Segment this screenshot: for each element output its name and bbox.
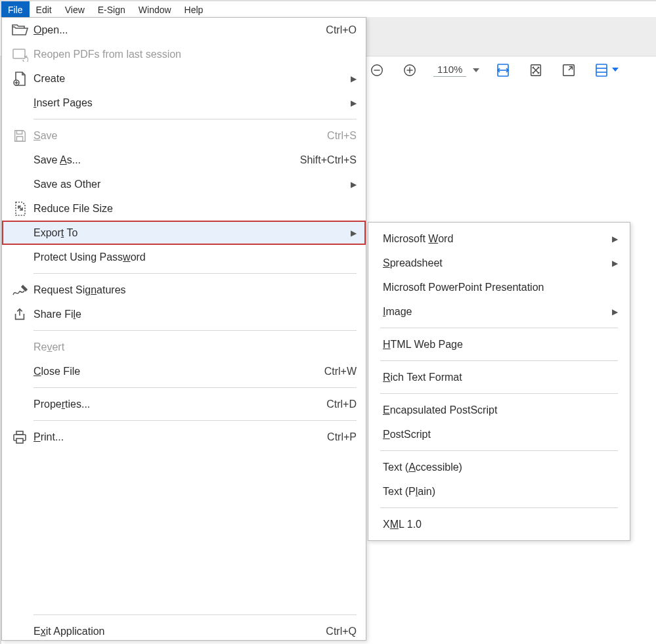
fullscreen-button[interactable] [559, 61, 578, 79]
submenu-arrow-icon: ▶ [612, 307, 618, 316]
submenu-arrow-icon: ▶ [351, 228, 357, 238]
menu-separator [33, 420, 357, 421]
submenu-arrow-icon: ▶ [351, 98, 357, 108]
submenu-item-label: Microsoft PowerPoint Presentation [383, 282, 618, 293]
svg-rect-23 [16, 431, 23, 435]
export-word[interactable]: Microsoft Word ▶ [368, 226, 630, 251]
export-ps[interactable]: PostScript [368, 422, 630, 446]
menu-item-label: Print... [33, 431, 327, 443]
menu-open[interactable]: Open... Ctrl+O [2, 18, 366, 42]
zoom-in-button[interactable] [401, 61, 419, 79]
menu-file[interactable]: File [1, 1, 30, 18]
svg-line-11 [569, 67, 573, 71]
blank-icon [9, 395, 31, 414]
export-html[interactable]: HTML Web Page [368, 332, 630, 356]
submenu-item-label: XML 1.0 [383, 519, 618, 530]
menu-item-shortcut: Shift+Ctrl+S [300, 154, 357, 166]
menu-revert: Revert [2, 335, 366, 359]
menu-spacer [2, 449, 366, 611]
export-powerpoint[interactable]: Microsoft PowerPoint Presentation [368, 275, 630, 299]
export-eps[interactable]: Encapsulated PostScript [368, 398, 630, 422]
menu-exit[interactable]: Exit Application Ctrl+Q [2, 619, 366, 643]
menu-item-shortcut: Ctrl+D [326, 398, 357, 410]
submenu-arrow-icon: ▶ [612, 234, 618, 244]
export-image[interactable]: Image ▶ [368, 299, 630, 324]
create-icon [9, 70, 31, 88]
menu-item-label: Save As... [33, 154, 300, 166]
menu-item-label: Export To [33, 227, 344, 239]
menu-print[interactable]: Print... Ctrl+P [2, 425, 366, 449]
submenu-separator [380, 507, 618, 508]
menu-view-label: View [65, 5, 85, 15]
export-spreadsheet[interactable]: Spreadsheet ▶ [368, 251, 630, 275]
menu-save: Save Ctrl+S [2, 123, 366, 148]
export-to-submenu: Microsoft Word ▶ Spreadsheet ▶ Microsoft… [368, 222, 630, 541]
blank-icon [9, 175, 31, 194]
menu-close-file[interactable]: Close File Ctrl+W [2, 359, 366, 383]
menu-save-as-other[interactable]: Save as Other ▶ [2, 172, 366, 196]
reduce-size-icon [9, 200, 31, 218]
menu-request-signatures[interactable]: Request Signatures [2, 278, 366, 302]
export-xml[interactable]: XML 1.0 [368, 512, 630, 536]
menu-reduce-file-size[interactable]: Reduce File Size [2, 196, 366, 221]
menu-export-to[interactable]: Export To ▶ [2, 221, 366, 245]
menu-view[interactable]: View [58, 1, 91, 18]
menu-item-label: Exit Application [33, 626, 326, 637]
submenu-item-label: Text (Plain) [383, 486, 618, 498]
menu-item-label: Save [33, 130, 327, 142]
menu-item-shortcut: Ctrl+Q [326, 626, 357, 637]
toolbar-row: 110% [368, 56, 656, 84]
submenu-separator [380, 393, 618, 394]
zoom-control[interactable]: 110% [433, 64, 479, 77]
submenu-arrow-icon: ▶ [351, 180, 357, 189]
zoom-out-button[interactable] [368, 61, 386, 79]
menu-edit[interactable]: Edit [30, 1, 58, 18]
menu-item-shortcut: Ctrl+O [326, 24, 357, 36]
submenu-separator [380, 450, 618, 451]
menu-reopen: Reopen PDFs from last session [2, 42, 366, 66]
menu-esign[interactable]: E-Sign [91, 1, 132, 18]
menu-help[interactable]: Help [178, 1, 210, 18]
menu-item-label: Save as Other [33, 179, 344, 190]
menu-item-label: Request Signatures [33, 284, 357, 296]
submenu-item-label: PostScript [383, 429, 618, 440]
menu-item-label: Protect Using Password [33, 251, 357, 263]
menu-window[interactable]: Window [132, 1, 178, 18]
export-text-accessible[interactable]: Text (Accessible) [368, 455, 630, 479]
zoom-value: 110% [433, 64, 466, 77]
menu-file-label: File [8, 5, 23, 15]
submenu-separator [380, 328, 618, 328]
print-icon [9, 428, 31, 446]
menu-item-label: Reduce File Size [33, 203, 357, 215]
menu-separator [33, 273, 357, 274]
menu-item-label: Revert [33, 341, 357, 353]
menu-item-shortcut: Ctrl+W [324, 366, 357, 377]
menu-create[interactable]: Create ▶ [2, 66, 366, 91]
blank-icon [9, 622, 31, 641]
menu-insert-pages[interactable]: Insert Pages ▶ [2, 91, 366, 115]
submenu-item-label: Rich Text Format [383, 372, 618, 383]
file-menu-dropdown: Open... Ctrl+O Reopen PDFs from last ses… [1, 17, 366, 641]
export-rtf[interactable]: Rich Text Format [368, 365, 630, 389]
fit-width-button[interactable] [494, 61, 512, 79]
export-text-plain[interactable]: Text (Plain) [368, 479, 630, 504]
submenu-item-label: Spreadsheet [383, 257, 612, 269]
menu-item-label: Create [33, 73, 344, 85]
fit-page-button[interactable] [527, 61, 545, 79]
menu-item-label: Share File [33, 309, 357, 320]
folder-open-icon [9, 21, 31, 39]
page-display-button[interactable] [592, 61, 611, 79]
submenu-separator [380, 360, 618, 361]
submenu-item-label: Microsoft Word [383, 233, 612, 245]
menu-properties[interactable]: Properties... Ctrl+D [2, 392, 366, 416]
svg-rect-20 [16, 136, 22, 140]
blank-icon [9, 362, 31, 381]
menu-protect-password[interactable]: Protect Using Password [2, 245, 366, 269]
menu-share-file[interactable]: Share File [2, 302, 366, 326]
blank-icon [9, 94, 31, 112]
share-icon [9, 305, 31, 324]
submenu-item-label: Text (Accessible) [383, 462, 618, 473]
menu-separator [33, 387, 357, 388]
menu-separator [33, 330, 357, 331]
menu-save-as[interactable]: Save As... Shift+Ctrl+S [2, 148, 366, 172]
